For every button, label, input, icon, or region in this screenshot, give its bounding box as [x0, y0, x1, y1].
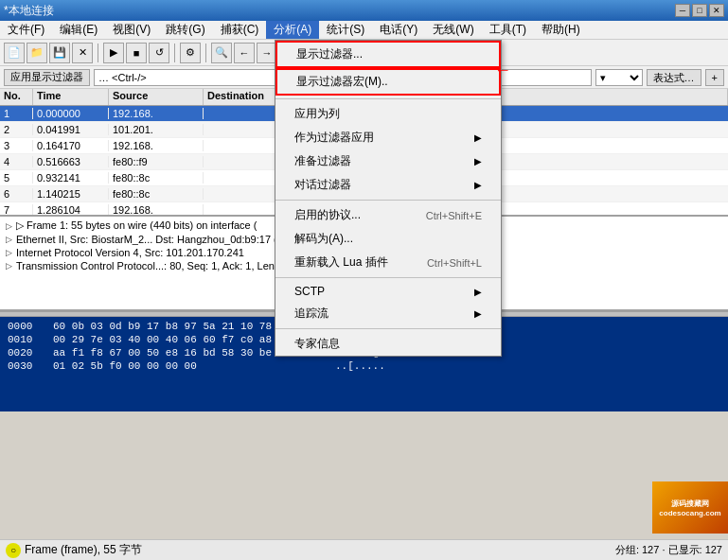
expand-icon-3: ▷: [6, 261, 12, 271]
submenu-arrow-2: ▶: [474, 156, 482, 166]
status-icon: ○: [6, 543, 21, 558]
toolbar-sep1: [98, 44, 98, 62]
hex-offset-0: 0000: [8, 321, 45, 332]
cell-no: 3: [0, 140, 33, 151]
menu-prepare-filter-label: 准备过滤器: [294, 153, 351, 169]
menu-wireless[interactable]: 无线(W): [425, 21, 481, 39]
minimize-button[interactable]: ─: [675, 4, 690, 17]
toolbar-new[interactable]: 📄: [4, 43, 25, 63]
menu-apply-as-column-label: 应用为列: [294, 106, 340, 122]
expand-icon-2: ▷: [6, 248, 12, 257]
watermark: 源码搜藏网codesocang.com: [652, 481, 728, 534]
toolbar-sep2: [174, 44, 175, 62]
toolbar-open[interactable]: 📁: [27, 43, 47, 63]
hex-offset-1: 0010: [8, 334, 45, 345]
toolbar-search[interactable]: 🔍: [211, 43, 232, 63]
menu-edit[interactable]: 编辑(E): [52, 21, 105, 39]
title-bar: *本地连接 ─ □ ✕: [0, 0, 728, 21]
menu-tools[interactable]: 工具(T): [482, 21, 534, 39]
cell-time: 0.932141: [33, 172, 109, 184]
menu-show-filter-macros-label: 显示过滤器宏(M)..: [296, 74, 388, 90]
toolbar-start[interactable]: ▶: [103, 43, 124, 63]
menu-reload-lua-label: 重新载入 Lua 插件: [294, 254, 388, 271]
toolbar-prev[interactable]: ←: [234, 43, 255, 63]
menu-reload-lua-shortcut: Ctrl+Shift+L: [427, 257, 482, 269]
cell-src: 192.168.: [109, 108, 204, 119]
menu-view[interactable]: 视图(V): [105, 21, 158, 39]
menu-capture[interactable]: 捕获(C): [213, 21, 267, 39]
cell-src: fe80::8c: [109, 172, 204, 184]
menu-reload-lua[interactable]: 重新载入 Lua 插件 Ctrl+Shift+L: [275, 251, 501, 274]
menu-sctp[interactable]: SCTP ▶: [275, 281, 501, 302]
menu-show-filters[interactable]: 显示过滤器...: [275, 41, 501, 68]
cell-time: 0.000000: [33, 108, 109, 119]
status-bar: ○ Frame (frame), 55 字节 分组: 127 · 已显示: 12…: [0, 539, 728, 560]
menu-decode-as-label: 解码为(A)...: [294, 231, 353, 247]
menu-follow-stream-label: 追踪流: [294, 306, 328, 322]
cell-time: 0.516663: [33, 156, 109, 167]
cell-time: 0.164170: [33, 140, 109, 151]
menu-sep2: [275, 200, 501, 201]
menu-conversation-filter-label: 对话过滤器: [294, 177, 351, 193]
cell-time: 0.041991: [33, 124, 109, 135]
menu-follow-stream[interactable]: 追踪流 ▶: [275, 302, 501, 325]
cell-no: 2: [0, 124, 33, 135]
submenu-arrow-4: ▶: [474, 287, 482, 297]
toolbar-close[interactable]: ✕: [72, 43, 93, 63]
header-no: No.: [0, 89, 33, 105]
menu-telephony[interactable]: 电话(Y): [372, 21, 425, 39]
detail-text-3: Transmission Control Protocol...: 80, Se…: [16, 260, 275, 271]
menu-bar: 文件(F) 编辑(E) 视图(V) 跳转(G) 捕获(C) 分析(A) 统计(S…: [0, 21, 728, 40]
close-button[interactable]: ✕: [709, 4, 724, 17]
window-title: *本地连接: [4, 3, 54, 19]
toolbar-stop[interactable]: ■: [126, 43, 147, 63]
menu-file[interactable]: 文件(F): [0, 21, 52, 39]
dropdown-menu: 显示过滤器... 显示过滤器宏(M).. 应用为列 作为过滤器应用 ▶ 准备过滤…: [275, 40, 502, 357]
menu-conversation-filter[interactable]: 对话过滤器 ▶: [275, 173, 501, 197]
cell-no: 7: [0, 204, 33, 216]
filter-apply-button[interactable]: 应用显示过滤器: [4, 69, 90, 86]
menu-show-filter-macros[interactable]: 显示过滤器宏(M)..: [275, 68, 501, 96]
expand-icon-0: ▷: [6, 221, 12, 231]
menu-enabled-protocols-label: 启用的协议...: [294, 207, 361, 223]
menu-sep1: [275, 98, 501, 99]
menu-help[interactable]: 帮助(H): [534, 21, 588, 39]
header-time: Time: [33, 89, 109, 105]
status-frame-info: Frame (frame), 55 字节: [25, 542, 142, 558]
maximize-button[interactable]: □: [692, 4, 707, 17]
red-arrow: ←: [494, 61, 511, 80]
menu-sep4: [275, 328, 501, 329]
hex-row-3: 0030 01 02 5b f0 00 00 00 00 ..[.....: [8, 360, 720, 372]
submenu-arrow-5: ▶: [474, 308, 482, 319]
menu-apply-as-filter[interactable]: 作为过滤器应用 ▶: [275, 126, 501, 149]
menu-go[interactable]: 跳转(G): [158, 21, 212, 39]
menu-enabled-protocols-shortcut: Ctrl+Shift+E: [426, 210, 482, 221]
menu-statistics[interactable]: 统计(S): [319, 21, 372, 39]
cell-src: 192.168.: [109, 204, 204, 216]
filter-dropdown[interactable]: ▾: [595, 69, 643, 86]
cell-no: 6: [0, 188, 33, 200]
cell-no: 1: [0, 108, 33, 119]
expand-icon-1: ▷: [6, 235, 12, 244]
detail-text-2: Internet Protocol Version 4, Src: 101.20…: [16, 247, 244, 258]
menu-enabled-protocols[interactable]: 启用的协议... Ctrl+Shift+E: [275, 203, 501, 227]
filter-add-button[interactable]: +: [705, 69, 724, 86]
menu-sep3: [275, 277, 501, 278]
toolbar-settings[interactable]: ⚙: [180, 43, 201, 63]
cell-src: fe80::f9: [109, 156, 204, 167]
toolbar-save[interactable]: 💾: [49, 43, 70, 63]
menu-analyze[interactable]: 分析(A): [266, 21, 319, 39]
menu-apply-as-filter-label: 作为过滤器应用: [294, 130, 374, 146]
menu-apply-as-column[interactable]: 应用为列: [275, 102, 501, 126]
toolbar-restart[interactable]: ↺: [149, 43, 169, 63]
menu-prepare-filter[interactable]: 准备过滤器 ▶: [275, 149, 501, 173]
cell-no: 5: [0, 172, 33, 184]
cell-src: 192.168.: [109, 140, 204, 151]
menu-decode-as[interactable]: 解码为(A)...: [275, 227, 501, 251]
header-source: Source: [109, 89, 204, 105]
cell-time: 1.140215: [33, 188, 109, 200]
hex-ascii-3: ..[.....: [335, 360, 385, 372]
filter-expression-button[interactable]: 表达式…: [647, 69, 701, 86]
cell-src: fe80::8c: [109, 188, 204, 200]
menu-expert-info[interactable]: 专家信息: [275, 332, 501, 356]
